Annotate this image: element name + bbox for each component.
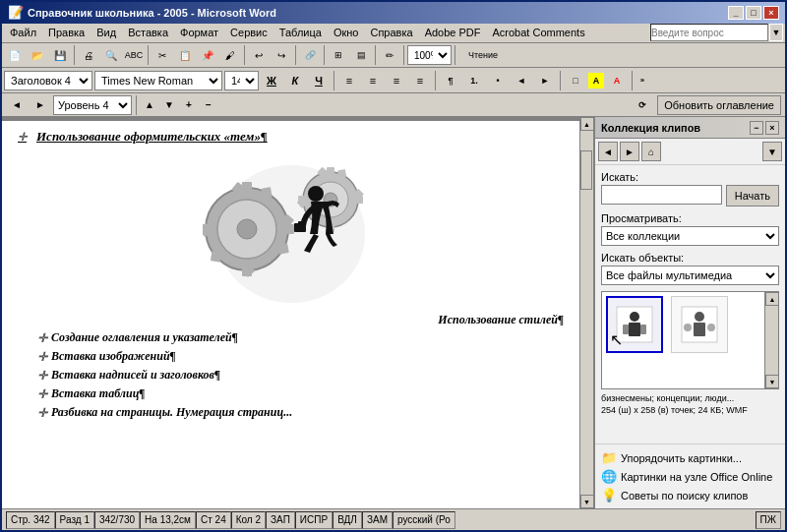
more-btn[interactable]: » <box>636 70 648 91</box>
align-center[interactable]: ≡ <box>362 70 384 91</box>
new-btn[interactable]: 📄 <box>4 44 26 66</box>
align-right[interactable]: ≡ <box>386 70 407 91</box>
tips-link[interactable]: 💡 Советы по поиску клипов <box>595 486 785 504</box>
underline-btn[interactable]: Ч <box>308 70 330 91</box>
scroll-down-btn[interactable]: ▼ <box>580 495 594 508</box>
standard-toolbar: 📄 📂 💾 🖨 🔍 ABC ✂ 📋 📌 🖌 ↩ ↪ 🔗 ⊞ ▤ ✏ 100% Ч… <box>2 43 785 69</box>
sep6 <box>375 45 376 65</box>
window-controls: _ □ × <box>728 6 779 20</box>
menu-format[interactable]: Формат <box>174 25 224 40</box>
thumb-scroll-up[interactable]: ▲ <box>765 292 779 306</box>
update-toc-btn[interactable]: Обновить оглавление <box>657 95 781 115</box>
menu-insert[interactable]: Вставка <box>122 25 174 40</box>
illustration-area <box>18 150 564 313</box>
outside-border[interactable]: □ <box>565 70 586 91</box>
size-select[interactable]: 14 <box>224 71 259 90</box>
numbering[interactable]: 1. <box>463 70 485 91</box>
svg-rect-27 <box>294 223 306 232</box>
outline-next-btn[interactable]: ► <box>30 94 51 116</box>
outline-expand-btn[interactable]: + <box>180 96 198 114</box>
preview-btn[interactable]: 🔍 <box>100 44 122 66</box>
menu-tools[interactable]: Сервис <box>224 25 273 40</box>
line-spacing[interactable]: ¶ <box>440 70 461 91</box>
sep8 <box>454 45 455 65</box>
menu-edit[interactable]: Правка <box>42 25 91 40</box>
scroll-thumb[interactable] <box>580 150 592 190</box>
panel-home-btn[interactable]: ⌂ <box>641 142 661 161</box>
table-btn[interactable]: ⊞ <box>328 44 349 66</box>
organize-link[interactable]: 📁 Упорядочить картинки... <box>595 448 785 467</box>
menu-table[interactable]: Таблица <box>273 25 328 40</box>
browse-select[interactable]: Все коллекции <box>601 226 779 246</box>
outline-up-btn[interactable]: ▲ <box>141 96 158 114</box>
highlight-color[interactable]: A <box>588 73 604 89</box>
format-painter[interactable]: 🖌 <box>219 44 241 66</box>
vertical-scrollbar[interactable]: ▲ ▼ <box>579 117 593 508</box>
copy-btn[interactable]: 📋 <box>174 44 196 66</box>
zoom-select[interactable]: 100% <box>407 45 452 65</box>
scroll-track[interactable] <box>580 131 593 495</box>
clip-thumb-1[interactable]: ↖ <box>606 296 663 353</box>
cut-btn[interactable]: ✂ <box>151 44 173 66</box>
italic-btn[interactable]: К <box>284 70 306 91</box>
panel-forward-btn[interactable]: ► <box>620 142 639 161</box>
align-justify[interactable]: ≡ <box>409 70 431 91</box>
search-input[interactable] <box>601 185 722 205</box>
panel-close-btn[interactable]: × <box>765 121 779 135</box>
drawing-btn[interactable]: ✏ <box>379 44 400 66</box>
hyperlink-btn[interactable]: 🔗 <box>299 44 321 66</box>
clip-thumb-2[interactable] <box>671 296 728 353</box>
maximize-button[interactable]: □ <box>746 6 761 20</box>
help-search-btn[interactable]: ▼ <box>769 24 783 41</box>
subheading-area: Использование стилей¶ <box>18 313 564 327</box>
align-left[interactable]: ≡ <box>338 70 360 91</box>
menu-view[interactable]: Вид <box>91 25 122 40</box>
menu-acrobat[interactable]: Acrobat Comments <box>487 25 591 40</box>
panel-resize-btn[interactable]: − <box>750 121 763 135</box>
close-button[interactable]: × <box>763 6 779 20</box>
thumb-scroll-down[interactable]: ▼ <box>765 375 779 388</box>
reading-btn[interactable]: Чтение <box>458 44 508 66</box>
online-link[interactable]: 🌐 Картинки на узле Office Online <box>595 467 785 486</box>
font-color[interactable]: A <box>606 70 628 91</box>
title-bar: 📝 Справочник школьника - 2005 - Microsof… <box>2 2 785 24</box>
outline-prev-btn[interactable]: ◄ <box>6 94 28 116</box>
browse-row: Все коллекции <box>601 226 779 246</box>
outline-collapse-btn[interactable]: − <box>200 96 217 114</box>
panel-back-btn[interactable]: ◄ <box>598 142 618 161</box>
paste-btn[interactable]: 📌 <box>197 44 218 66</box>
panel-menu-btn[interactable]: ▼ <box>762 142 782 161</box>
thumb-scrollbar[interactable]: ▲ ▼ <box>764 292 778 388</box>
spell-btn[interactable]: ABC <box>123 44 145 66</box>
status-line: Ст 24 <box>196 511 231 529</box>
sep2 <box>148 45 149 65</box>
status-bar: Стр. 342 Разд 1 342/730 На 13,2см Ст 24 … <box>2 508 785 530</box>
style-select[interactable]: Заголовок 4 <box>4 71 92 90</box>
menu-help[interactable]: Справка <box>364 25 418 40</box>
undo-btn[interactable]: ↩ <box>248 44 270 66</box>
redo-btn[interactable]: ↪ <box>271 44 292 66</box>
open-btn[interactable]: 📂 <box>27 44 48 66</box>
increase-indent[interactable]: ► <box>534 70 556 91</box>
menu-file[interactable]: Файл <box>4 25 42 40</box>
font-select[interactable]: Times New Roman <box>94 71 222 90</box>
help-search-input[interactable] <box>650 24 768 41</box>
document-scroll: ✛ Использование оформительских «тем»¶ <box>2 117 579 508</box>
menu-adobepdf[interactable]: Adobe PDF <box>419 25 487 40</box>
outline-down-btn[interactable]: ▼ <box>160 96 178 114</box>
minimize-button[interactable]: _ <box>728 6 744 20</box>
menu-window[interactable]: Окно <box>328 25 365 40</box>
outline-sep1 <box>136 95 137 115</box>
decrease-indent[interactable]: ◄ <box>511 70 532 91</box>
bold-btn[interactable]: Ж <box>261 70 282 91</box>
update-toc-icon: ⟳ <box>634 96 651 114</box>
save-btn[interactable]: 💾 <box>49 44 71 66</box>
columns-btn[interactable]: ▤ <box>350 44 372 66</box>
clipart-panel: Коллекция клипов − × ◄ ► ⌂ ▼ Искать: Нач… <box>593 117 785 508</box>
type-select[interactable]: Все файлы мультимедиа <box>601 266 779 285</box>
search-button[interactable]: Начать <box>726 185 779 207</box>
bullets[interactable]: • <box>487 70 509 91</box>
scroll-up-btn[interactable]: ▲ <box>580 117 594 131</box>
outline-level-select[interactable]: Уровень 4 <box>53 95 132 115</box>
print-btn[interactable]: 🖨 <box>78 44 99 66</box>
